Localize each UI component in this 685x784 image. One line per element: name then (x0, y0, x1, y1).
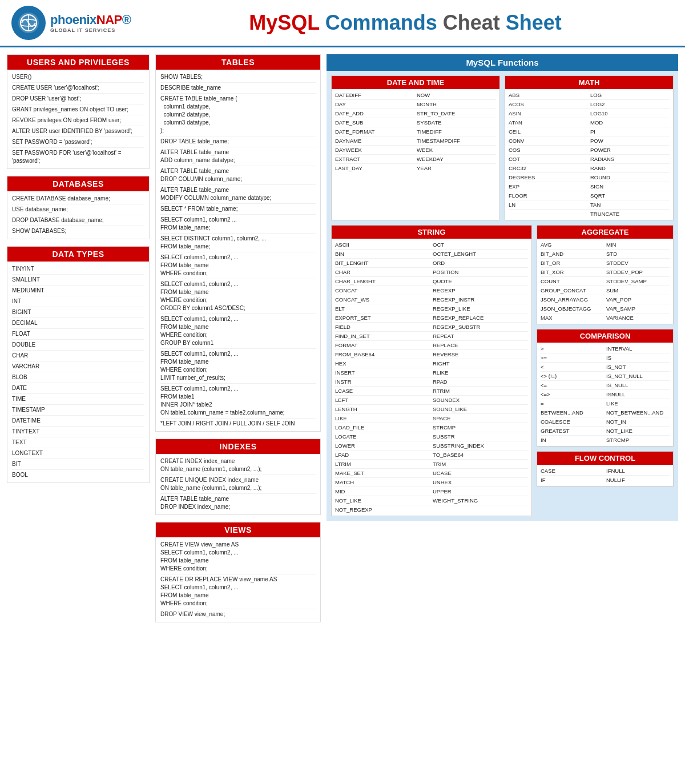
func-row: ACOSLOG2 (509, 100, 670, 109)
func-cell: INSERT (335, 369, 430, 376)
func-cell: BIT_LENGHT (335, 260, 430, 266)
func-cell: < (541, 364, 604, 370)
func-cell: CEIL (509, 128, 588, 135)
func-row: DAYWEEKWEEK (335, 146, 496, 155)
func-cell: TO_BASE64 (433, 452, 528, 458)
func-cell (509, 211, 588, 217)
list-item: CHAR (12, 351, 144, 361)
list-item: TINYTEXT (12, 427, 144, 437)
func-row: FIND_IN_SETREPEAT (335, 332, 528, 341)
func-cell: VAR_SAMP (606, 305, 670, 312)
func-cell: VARIANCE (606, 315, 670, 321)
func-row: INSERTRLIKE (335, 368, 528, 377)
right-column: MySQL Functions Date and Time DATEDIFFNO… (327, 54, 678, 622)
func-cell: BIN (335, 251, 430, 257)
list-item: SET PASSWORD = 'password'; (12, 137, 144, 148)
func-cell: LOG (590, 92, 670, 98)
func-cell: POW (590, 138, 670, 144)
func-cell: NOW (417, 92, 496, 98)
func-cell: DAY (335, 101, 414, 107)
func-cell: <> (!=) (541, 373, 604, 379)
func-cell: LIKE (606, 400, 670, 407)
func-cell: > (541, 345, 604, 352)
func-row: >=IS (541, 353, 670, 363)
list-item: SELECT column1, column2, ... FROM table_… (160, 252, 316, 279)
func-cell: STRCMP (606, 437, 670, 443)
func-cell: FLOOR (509, 192, 588, 199)
func-row: <IS_NOT (541, 363, 670, 372)
func-cell: LIKE (335, 415, 430, 421)
func-cell: RIGHT (433, 360, 528, 367)
func-row: INSTRRPAD (335, 377, 528, 387)
func-cell: LAST_DAY (335, 165, 414, 171)
func-row: LENGTHSOUND_LIKE (335, 405, 528, 414)
func-cell: WEEK (417, 147, 496, 153)
func-cell: ACOS (509, 101, 588, 107)
func-cell: ROUND (590, 174, 670, 180)
func-row: EXPORT_SETREGEXP_REPLACE (335, 313, 528, 323)
func-cell: NOT_LIKE (606, 428, 670, 434)
tables-section: Tables SHOW TABLES;DESCRIBE table_nameCR… (155, 54, 321, 432)
comparison-section: Comparison >INTERVAL>=IS<IS_NOT<> (!=)IS… (537, 329, 674, 447)
func-cell: CHAR_LENGHT (335, 278, 430, 284)
list-item: MEDIUMINT (12, 286, 144, 296)
func-cell: <= (541, 382, 604, 388)
math-header: Math (505, 76, 673, 89)
func-cell: RADIANS (590, 156, 670, 162)
func-cell: BETWEEN...AND (541, 409, 604, 416)
func-cell: TRUNCATE (590, 211, 670, 217)
func-row: COTRADIANS (509, 155, 670, 164)
func-cell: LOCATE (335, 433, 430, 440)
func-cell: FIND_IN_SET (335, 333, 430, 339)
func-row: ELTREGEXP_LIKE (335, 304, 528, 313)
mysql-functions-header: MySQL Functions (327, 54, 678, 71)
list-item: BIT (12, 459, 144, 470)
func-cell: RTRIM (433, 388, 528, 394)
func-cell: EXTRACT (335, 156, 414, 162)
list-item: *LEFT JOIN / RIGHT JOIN / FULL JOIN / SE… (160, 419, 316, 429)
list-item: SHOW DATABASES; (12, 226, 144, 236)
func-cell: SOUNDEX (433, 397, 528, 403)
right-subsections: Aggregate AVGMINBIT_ANDSTDBIT_ORSTDDEVBI… (537, 225, 674, 516)
list-item: DROP VIEW view_name; (160, 609, 316, 620)
tables-body: SHOW TABLES;DESCRIBE table_nameCREATE TA… (156, 70, 320, 431)
func-cell: ASIN (509, 110, 588, 116)
func-row: >INTERVAL (541, 344, 670, 353)
func-row: LEFTSOUNDEX (335, 396, 528, 405)
func-cell: INSTR (335, 379, 430, 385)
func-row: LOAD_FILESTRCMP (335, 423, 528, 432)
func-row: JSON_OBJECTAGGVAR_SAMP (541, 304, 670, 313)
data-types-body: TINYINTSMALLINTMEDIUMINTINTBIGINTDECIMAL… (7, 262, 149, 483)
list-item: FLOAT (12, 329, 144, 340)
func-row: CHARPOSITION (335, 268, 528, 277)
list-item: DROP TABLE table_name; (160, 136, 316, 147)
list-item: TEXT (12, 437, 144, 448)
func-cell: LOWER (335, 443, 430, 449)
func-row: EXPSIGN (509, 182, 670, 191)
list-item: INT (12, 296, 144, 307)
views-body: CREATE VIEW view_name AS SELECT column1,… (156, 537, 320, 622)
list-item: CREATE OR REPLACE VIEW view_name AS SELE… (160, 574, 316, 609)
aggregate-body: AVGMINBIT_ANDSTDBIT_ORSTDDEVBIT_XORSTDDE… (537, 239, 673, 324)
func-cell: CONCAT (335, 287, 430, 294)
func-cell: AVG (541, 242, 604, 248)
tables-header: Tables (156, 55, 320, 70)
func-cell: NULLIF (606, 477, 670, 483)
func-cell: ELT (335, 305, 430, 312)
indexes-header: Indexes (156, 439, 320, 454)
list-item: DESCRIBE table_name (160, 83, 316, 94)
func-row: <=>ISNULL (541, 390, 670, 399)
comparison-body: >INTERVAL>=IS<IS_NOT<> (!=)IS_NOT_NULL<=… (537, 343, 673, 446)
func-cell: LEFT (335, 397, 430, 403)
page-header: phoenixNAP® GLOBAL IT SERVICES MySQL Com… (0, 0, 685, 47)
flow-control-body: CASEIFNULLIFNULLIF (537, 465, 673, 486)
func-cell: LCASE (335, 388, 430, 394)
func-cell: STD (606, 251, 670, 257)
func-row: NOT_REGEXP (335, 505, 528, 514)
func-cell: LN (509, 202, 588, 208)
list-item: LONGTEXT (12, 448, 144, 459)
func-cell: QUOTE (433, 278, 528, 284)
func-cell: TRIM (433, 461, 528, 467)
func-cell: NOT_REGEXP (335, 506, 430, 513)
list-item: CREATE INDEX index_name ON table_name (c… (160, 456, 316, 475)
